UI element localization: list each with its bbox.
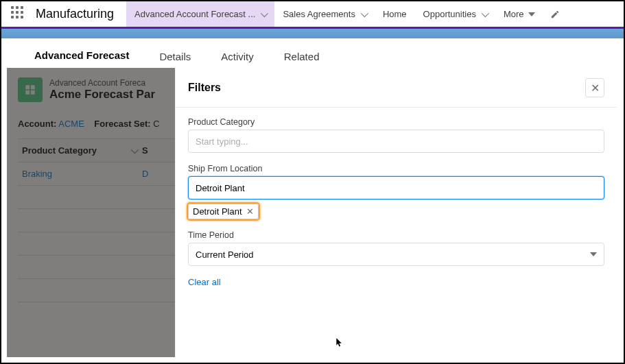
caret-down-icon [590,252,597,256]
chip-remove-icon[interactable]: ✕ [246,206,254,217]
column-header-product-category[interactable]: Product Category [22,145,97,156]
product-category-label: Product Category [188,117,604,127]
edit-icon[interactable] [550,10,560,19]
record-type-icon [18,77,43,102]
theme-band [1,29,624,38]
global-nav: Manufacturing Advanced Account Forecast … [1,1,624,29]
tab-details[interactable]: Details [144,40,206,72]
close-icon: ✕ [591,82,600,95]
nav-item-label: Sales Agreements [283,9,355,19]
ship-from-label: Ship From Location [188,164,604,173]
product-category-input[interactable] [188,130,604,153]
nav-item-label: Home [383,9,407,19]
record-object-label: Advanced Account Foreca [49,78,155,88]
ship-from-chip[interactable]: Detroit Plant ✕ [188,204,259,219]
chevron-down-icon [261,9,268,16]
app-name: Manufacturing [36,7,114,21]
account-link[interactable]: ACME [58,119,84,129]
caret-down-icon [528,12,535,16]
time-period-label: Time Period [188,230,604,240]
tab-activity[interactable]: Activity [206,40,269,72]
time-period-selected: Current Period [196,250,254,260]
app-launcher-icon[interactable] [11,6,27,23]
filters-panel: Filters ✕ Product Category Ship From Loc… [175,69,617,357]
close-button[interactable]: ✕ [585,78,604,97]
nav-item-advanced-account-forecast[interactable]: Advanced Account Forecast ... [126,1,274,27]
clear-all-link[interactable]: Clear all [188,277,604,287]
nav-item-more[interactable]: More [495,1,543,27]
time-period-select[interactable]: Current Period [188,243,604,266]
ship-from-input[interactable] [188,176,604,199]
cell-product-category[interactable]: Braking [22,169,142,179]
nav-item-sales-agreements[interactable]: Sales Agreements [274,1,375,27]
nav-item-opportunities[interactable]: Opportunities [415,1,495,27]
forecast-set-label: Forecast Set: [94,119,150,129]
chevron-down-icon [361,9,368,16]
nav-item-home[interactable]: Home [375,1,415,27]
filters-title: Filters [188,82,221,94]
forecast-set-value: C [153,119,159,129]
chevron-down-icon[interactable] [131,145,139,153]
nav-item-label: Opportunities [423,9,476,19]
account-label: Account: [18,119,56,129]
nav-item-label: More [504,9,524,19]
nav-item-label: Advanced Account Forecast ... [134,9,255,19]
tab-related[interactable]: Related [269,40,335,72]
chevron-down-icon [482,9,489,16]
record-title: Acme Forecast Par [49,88,155,101]
chip-label: Detroit Plant [193,206,242,217]
